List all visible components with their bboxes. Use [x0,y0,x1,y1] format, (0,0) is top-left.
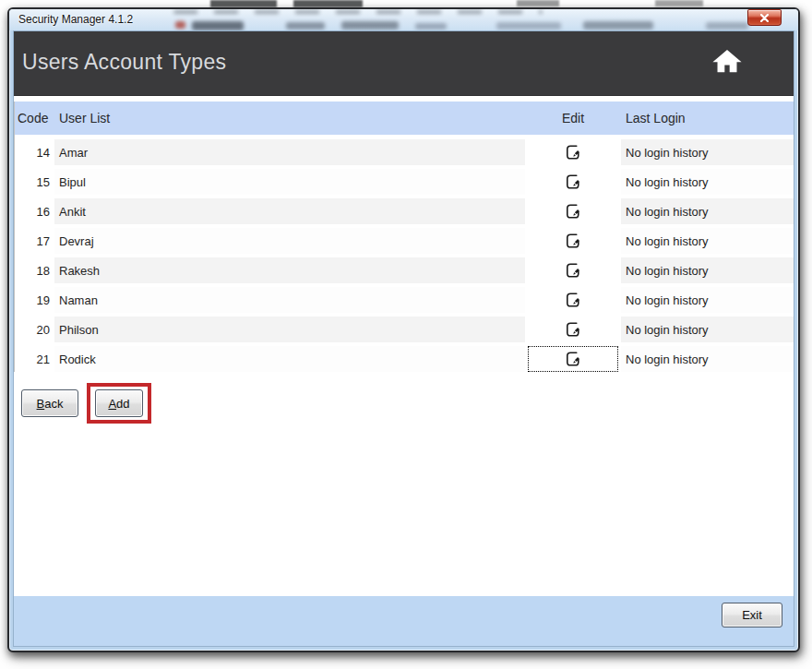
cell-user-name: Amar [54,139,525,165]
column-header-edit: Edit [528,111,618,125]
glass-reflection [173,10,543,14]
cell-last-login: No login history [621,257,794,283]
cell-edit [528,169,618,195]
cell-user-name: Rakesh [54,257,525,283]
edit-icon [564,291,582,309]
table-body: 14 Amar No login history [15,139,794,372]
edit-icon [564,202,582,221]
background-window-fragment [655,0,703,6]
glass-reflection [706,22,748,30]
cell-user-name: Devraj [54,228,525,254]
background-window-fragment [517,0,559,6]
cell-last-login: No login history [621,228,794,254]
glass-reflection [175,21,185,29]
title-bar[interactable]: Security Manager 4.1.2 [9,9,798,30]
cell-last-login: No login history [621,169,794,195]
close-icon [760,14,769,22]
glass-reflection [415,23,447,30]
cell-user-name: Naman [54,287,525,313]
glass-reflection [341,21,399,30]
home-icon[interactable] [711,47,743,75]
page-header: Users Account Types [14,31,794,96]
cell-edit-focused [528,346,618,372]
cell-edit [528,139,618,165]
back-button-label: Back [37,397,64,411]
column-header-code: Code [15,111,52,125]
table-row: 21 Rodick No login history [15,346,794,372]
glass-reflection [496,22,561,30]
red-annotation-box: Add [87,383,151,424]
edit-icon [564,320,582,339]
table-row: 17 Devraj No login history [15,228,794,254]
cell-user-name: Philson [54,317,525,342]
glass-reflection [583,21,653,30]
table-row: 18 Rakesh No login history [15,257,794,283]
cell-code: 17 [15,228,52,254]
edit-button[interactable] [528,257,618,283]
cell-code: 16 [15,198,52,224]
background-window-fragment [210,0,277,7]
edit-icon [564,350,582,368]
cell-last-login: No login history [621,346,794,372]
page-title: Users Account Types [22,50,226,75]
cell-edit [528,287,618,313]
cell-edit [528,228,618,254]
edit-button[interactable] [528,139,618,165]
cell-edit [528,317,618,342]
cell-code: 14 [15,139,52,165]
edit-button[interactable] [528,198,618,224]
column-header-last-login: Last Login [621,111,794,125]
back-button[interactable]: Back [21,389,78,417]
table-row: 20 Philson No login history [15,317,794,342]
close-button[interactable] [747,9,782,26]
glass-reflection [286,22,325,30]
add-button[interactable]: Add [95,389,143,417]
edit-icon [564,261,582,280]
table-row: 16 Ankit No login history [15,198,794,224]
cell-code: 21 [15,346,52,372]
cell-last-login: No login history [621,287,794,313]
edit-icon [564,143,582,161]
table-row: 14 Amar No login history [15,139,794,165]
footer-bar: Exit [14,596,794,646]
window-content: Users Account Types Code User List Edit … [13,30,794,647]
cell-last-login: No login history [621,198,794,224]
cell-edit [528,198,618,224]
security-manager-window: Security Manager 4.1.2 Users Account Typ… [7,7,800,652]
add-button-label: Add [108,397,129,411]
edit-button[interactable] [528,228,618,254]
cell-user-name: Rodick [54,346,525,372]
cell-code: 15 [15,169,52,195]
cell-edit [528,257,618,283]
cell-code: 19 [15,287,52,313]
table-row: 19 Naman No login history [15,287,794,313]
cell-last-login: No login history [621,139,794,165]
cell-last-login: No login history [621,317,794,342]
edit-button[interactable] [528,346,618,372]
table-header-row: Code User List Edit Last Login [15,102,794,135]
table-row: 15 Bipul No login history [15,169,794,195]
action-button-bar: Back Add [21,383,794,424]
edit-button[interactable] [528,287,618,313]
users-table: Code User List Edit Last Login 14 Amar [14,102,794,372]
edit-button[interactable] [528,169,618,195]
window-title: Security Manager 4.1.2 [18,9,133,30]
edit-icon [564,173,582,191]
cell-code: 20 [15,317,52,342]
desktop-background: Security Manager 4.1.2 Users Account Typ… [0,0,812,669]
cell-user-name: Bipul [54,169,525,195]
exit-button[interactable]: Exit [722,603,782,627]
cell-user-name: Ankit [54,198,525,224]
edit-button[interactable] [528,317,618,342]
background-window-fragment [293,0,363,7]
cell-code: 18 [15,257,52,283]
glass-reflection [192,21,244,30]
edit-icon [564,232,582,250]
column-header-user-list: User List [54,111,525,125]
